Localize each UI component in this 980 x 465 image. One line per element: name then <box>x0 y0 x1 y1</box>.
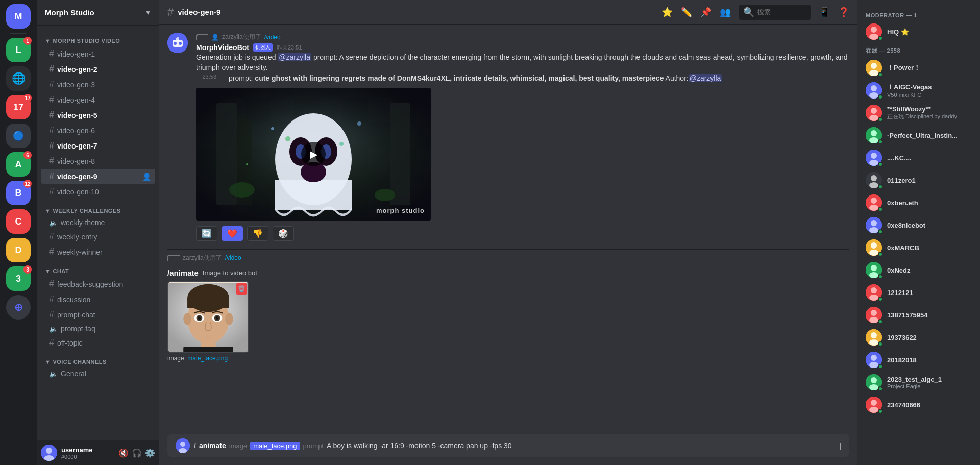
members-icon[interactable]: 👥 <box>720 7 731 18</box>
member-19373622[interactable]: 19373622 <box>862 326 976 349</box>
channel-prompt-chat[interactable]: #prompt-chat <box>41 307 155 322</box>
server-icon-5[interactable]: A 6 <box>6 152 31 177</box>
inbox-icon[interactable]: 📱 <box>819 7 830 18</box>
svg-rect-33 <box>187 298 229 308</box>
server-icon-8[interactable]: D <box>6 238 31 262</box>
member-0xben[interactable]: 0xben.eth_ <box>862 191 976 214</box>
server-icon-6[interactable]: B 12 <box>6 181 31 205</box>
channel-video-gen-7[interactable]: #video-gen-7 <box>41 138 155 153</box>
channel-video-gen-9[interactable]: # video-gen-9 👤 <box>41 169 155 184</box>
member-2023-test[interactable]: 2023_test_aigc_1 Project Eagle <box>862 371 976 394</box>
member-power[interactable]: ！Power！ <box>862 57 976 79</box>
member-0xnedz[interactable]: 0xNedz <box>862 259 976 281</box>
channel-video-gen-6[interactable]: #video-gen-6 <box>41 123 155 138</box>
delete-image-button[interactable]: 🗑️ <box>236 283 247 295</box>
edit-icon[interactable]: ✏️ <box>681 7 692 18</box>
member-list: MODERATOR — 1 HIQ ⭐ 在线 — 2558 ！Power！ ！A… <box>857 0 980 465</box>
chat-input-box[interactable]: /animate image male_face.png prompt A bo… <box>167 434 849 457</box>
channel-list: ▼ MORPH STUDIO VIDEO #video-gen-1 #video… <box>37 26 159 440</box>
channel-prompt-faq[interactable]: 🔈prompt-faq <box>41 323 155 335</box>
input-prompt-text[interactable]: A boy is walking -ar 16:9 -motion 5 -cam… <box>327 442 836 450</box>
channel-video-gen-1[interactable]: #video-gen-1 <box>41 46 155 61</box>
hash-icon: # <box>49 125 54 136</box>
status-indicator <box>878 341 883 347</box>
boost-icon[interactable]: ⭐ <box>662 7 673 18</box>
search-input[interactable] <box>757 8 806 16</box>
play-button[interactable]: ▶ <box>301 142 326 166</box>
member-13871575954[interactable]: 13871575954 <box>862 304 976 326</box>
server-icon-morph[interactable]: M <box>6 4 31 29</box>
channel-video-gen-5[interactable]: #video-gen-5 <box>41 108 155 123</box>
thumbs-down-reaction[interactable]: 👎 <box>247 226 268 241</box>
server-icon-4[interactable]: 🔵 <box>6 124 31 148</box>
status-indicator <box>878 162 883 167</box>
refresh-reaction[interactable]: 🔄 <box>196 226 217 241</box>
animate-reply-link[interactable]: /video <box>225 254 241 261</box>
server-icon-discord[interactable]: ⊕ <box>6 295 31 320</box>
member-kc[interactable]: ....KC.... <box>862 146 976 169</box>
member-20182018[interactable]: 20182018 <box>862 349 976 371</box>
channel-video-gen-3[interactable]: #video-gen-3 <box>41 77 155 92</box>
channel-weekly-entry[interactable]: #weekly-entry <box>41 229 155 244</box>
category-chat[interactable]: ▼ CHAT <box>37 260 159 276</box>
channel-discussion[interactable]: #discussion <box>41 292 155 307</box>
category-morph-studio-video[interactable]: ▼ MORPH STUDIO VIDEO <box>37 30 159 46</box>
member-1212121[interactable]: 1212121 <box>862 281 976 304</box>
search-bar[interactable]: 🔍 <box>739 5 811 20</box>
member-info: 20182018 <box>887 356 972 364</box>
member-aigc-vegas[interactable]: ！AIGC-Vegas V50 mixi KFC <box>862 79 976 102</box>
member-0xmarcb[interactable]: 0xMARCB <box>862 236 976 259</box>
member-2023-avatar <box>866 374 882 390</box>
svg-rect-12 <box>390 103 410 205</box>
pin-icon[interactable]: 📌 <box>700 7 712 18</box>
member-name: 0xNedz <box>887 266 972 274</box>
channel-video-gen-8[interactable]: #video-gen-8 <box>41 154 155 168</box>
embed-video-player[interactable]: ▶ morph studio <box>196 88 431 221</box>
channel-video-gen-2[interactable]: #video-gen-2 <box>41 62 155 77</box>
member-subtext: Project Eagle <box>887 383 972 389</box>
member-stillwoozy[interactable]: **StillWoozy** 正在玩 Disciplined by daddy <box>862 102 976 124</box>
hash-icon: # <box>49 231 54 242</box>
message-group: 👤 zarzylla使用了 /video MorphVideoBot 机器人 昨… <box>167 33 849 241</box>
channel-feedback-suggestion[interactable]: #feedback-suggestion <box>41 277 155 291</box>
channel-sidebar: Morph Studio ▼ ▼ MORPH STUDIO VIDEO #vid… <box>37 0 159 465</box>
speaker-icon: 🔈 <box>49 370 58 378</box>
server-icon-7[interactable]: C <box>6 209 31 234</box>
hash-icon: # <box>49 247 54 257</box>
channel-video-gen-4[interactable]: #video-gen-4 <box>41 92 155 107</box>
deafen-icon[interactable]: 🎧 <box>132 448 142 458</box>
member-perfect-ultra[interactable]: -Perfect_Ultra_Instin... <box>862 124 976 146</box>
hash-icon: # <box>49 79 54 90</box>
dice-reaction[interactable]: 🎲 <box>273 226 294 241</box>
hash-icon: # <box>49 337 54 348</box>
member-234740666[interactable]: 234740666 <box>862 394 976 416</box>
channel-weekly-winner[interactable]: #weekly-winner <box>41 244 155 259</box>
member-hiq-name: HIQ ⭐ <box>887 28 972 36</box>
category-weekly-challenges[interactable]: ▼ WEEKLY CHALLENGES <box>37 200 159 216</box>
member-011-avatar <box>866 172 882 188</box>
sidebar-header[interactable]: Morph Studio ▼ <box>37 0 159 26</box>
server-icon-1[interactable]: L 1 <box>6 38 31 62</box>
svg-point-50 <box>871 63 877 69</box>
watermark: morph studio <box>376 207 425 214</box>
channel-video-gen-10[interactable]: #video-gen-10 <box>41 184 155 199</box>
member-name: 1212121 <box>887 289 972 297</box>
filename-link[interactable]: male_face.png <box>187 355 228 362</box>
server-icon-3[interactable]: 17 17 <box>6 95 31 119</box>
settings-icon[interactable]: ⚙️ <box>145 448 155 458</box>
category-voice-channels[interactable]: ▼ VOICE CHANNELS <box>37 351 159 367</box>
channel-off-topic[interactable]: #off-topic <box>41 335 155 350</box>
help-icon[interactable]: ❓ <box>838 7 849 18</box>
member-hiq[interactable]: HIQ ⭐ <box>862 20 976 43</box>
server-icon-9[interactable]: 3 3 <box>6 266 31 291</box>
server-icon-2[interactable]: 🌐 <box>6 66 31 91</box>
heart-reaction[interactable]: ❤️ <box>222 226 243 241</box>
mute-icon[interactable]: 🔇 <box>118 448 129 458</box>
member-011zero1[interactable]: 011zero1 <box>862 169 976 191</box>
collapse-icon: ▼ <box>45 268 51 274</box>
member-0xe8nicebot[interactable]: 0xe8nicebot <box>862 214 976 236</box>
reply-link[interactable]: /video <box>264 34 281 41</box>
channel-general-voice[interactable]: 🔈General <box>41 368 155 380</box>
channel-weekly-theme[interactable]: 🔈weekly-theme <box>41 216 155 229</box>
moderator-category: MODERATOR — 1 <box>862 8 976 20</box>
